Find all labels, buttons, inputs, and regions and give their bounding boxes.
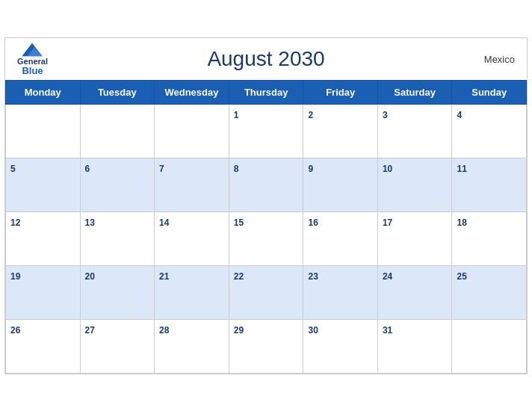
day-16: 16	[303, 211, 377, 265]
day-24: 24	[377, 265, 452, 319]
day-3: 3	[377, 104, 452, 158]
day-number-28: 28	[159, 325, 169, 336]
country-label: Mexico	[484, 53, 515, 64]
day-14: 14	[155, 211, 229, 265]
calendar-title: August 2030	[207, 47, 324, 71]
day-number-13: 13	[85, 217, 95, 228]
day-30: 30	[303, 319, 377, 373]
day-number-9: 9	[308, 164, 313, 174]
day-number-21: 21	[159, 271, 169, 282]
header-sunday: Sunday	[452, 80, 527, 104]
day-number-5: 5	[10, 164, 16, 174]
day-19: 19	[6, 265, 81, 319]
weekday-header-row: Monday Tuesday Wednesday Thursday Friday…	[6, 80, 527, 104]
calendar-container: General Blue August 2030 Mexico Monday T…	[4, 37, 528, 374]
day-number-30: 30	[308, 325, 318, 336]
header-wednesday: Wednesday	[155, 80, 229, 104]
day-4: 4	[452, 104, 527, 158]
empty-cell-0-1	[80, 104, 155, 158]
logo: General Blue	[17, 43, 48, 75]
calendar-header: General Blue August 2030 Mexico	[5, 38, 527, 80]
logo-blue-text: Blue	[22, 65, 43, 75]
day-number-3: 3	[383, 110, 388, 120]
day-number-18: 18	[457, 217, 466, 228]
day-7: 7	[155, 158, 229, 211]
day-25: 25	[452, 265, 527, 319]
day-22: 22	[229, 265, 303, 319]
day-20: 20	[80, 265, 155, 319]
empty-cell-4-6	[452, 319, 527, 373]
week-row-3: 12131415161718	[6, 211, 527, 265]
day-18: 18	[452, 211, 527, 265]
day-number-27: 27	[85, 325, 95, 336]
empty-cell-0-2	[155, 104, 229, 158]
day-13: 13	[80, 211, 155, 265]
day-number-19: 19	[10, 271, 20, 282]
day-number-6: 6	[85, 164, 90, 174]
day-number-14: 14	[159, 217, 169, 228]
day-15: 15	[229, 211, 303, 265]
day-10: 10	[377, 158, 452, 211]
day-number-29: 29	[234, 325, 244, 336]
day-8: 8	[229, 158, 303, 211]
day-23: 23	[303, 265, 377, 319]
header-monday: Monday	[6, 80, 81, 104]
day-27: 27	[80, 319, 155, 373]
week-row-1: 1234	[6, 104, 527, 158]
day-number-17: 17	[383, 217, 392, 228]
header-friday: Friday	[303, 80, 377, 104]
day-number-16: 16	[308, 217, 318, 228]
day-number-24: 24	[383, 271, 392, 282]
week-row-5: 262728293031	[6, 319, 527, 373]
day-6: 6	[80, 158, 155, 211]
day-number-7: 7	[159, 164, 164, 174]
day-number-12: 12	[10, 217, 20, 228]
day-number-2: 2	[308, 110, 313, 120]
day-29: 29	[229, 319, 303, 373]
day-number-10: 10	[383, 164, 392, 174]
empty-cell-0-0	[6, 104, 81, 158]
day-5: 5	[6, 158, 81, 211]
week-row-4: 19202122232425	[6, 265, 527, 319]
header-tuesday: Tuesday	[80, 80, 155, 104]
day-9: 9	[303, 158, 377, 211]
header-thursday: Thursday	[229, 80, 303, 104]
logo-icon	[22, 43, 43, 56]
day-number-23: 23	[308, 271, 318, 282]
calendar-grid: Monday Tuesday Wednesday Thursday Friday…	[5, 80, 527, 374]
week-row-2: 567891011	[6, 158, 527, 211]
day-number-31: 31	[383, 325, 392, 336]
header-saturday: Saturday	[377, 80, 452, 104]
day-2: 2	[303, 104, 377, 158]
day-12: 12	[6, 211, 81, 265]
day-21: 21	[155, 265, 229, 319]
day-1: 1	[229, 104, 303, 158]
day-28: 28	[155, 319, 229, 373]
day-number-4: 4	[457, 110, 462, 120]
day-number-1: 1	[234, 110, 239, 120]
day-31: 31	[377, 319, 452, 373]
day-number-26: 26	[10, 325, 20, 336]
day-17: 17	[377, 211, 452, 265]
day-number-25: 25	[457, 271, 466, 282]
day-11: 11	[452, 158, 527, 211]
day-number-11: 11	[457, 164, 466, 174]
day-number-22: 22	[234, 271, 244, 282]
calendar-body: 1234567891011121314151617181920212223242…	[6, 104, 527, 373]
day-number-8: 8	[234, 164, 239, 174]
day-26: 26	[6, 319, 81, 373]
day-number-20: 20	[85, 271, 95, 282]
day-number-15: 15	[234, 217, 244, 228]
